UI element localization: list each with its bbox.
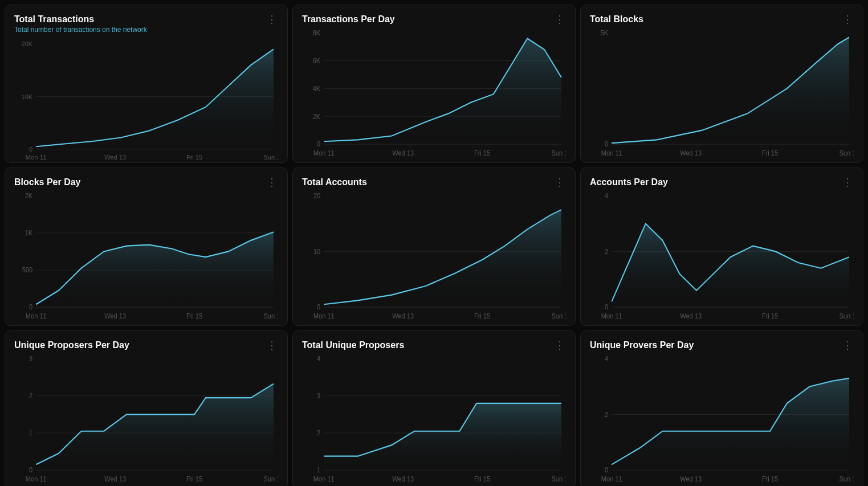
card-header-unique-provers-per-day: Unique Provers Per Day ⋮ (590, 340, 854, 350)
svg-text:Fri 15: Fri 15 (186, 475, 202, 482)
svg-text:Mon 11: Mon 11 (313, 312, 335, 319)
card-title-accounts-per-day: Accounts Per Day (590, 177, 668, 187)
svg-text:0: 0 (29, 467, 32, 473)
svg-text:20: 20 (313, 193, 320, 199)
menu-dots-total-accounts[interactable]: ⋮ (555, 177, 566, 187)
card-unique-proposers-per-day: Unique Proposers Per Day ⋮ 3210 Mon 11We… (5, 330, 288, 486)
svg-text:Fri 15: Fri 15 (186, 154, 202, 161)
svg-text:Fri 15: Fri 15 (474, 312, 490, 319)
menu-dots-unique-proposers-per-day[interactable]: ⋮ (267, 340, 278, 350)
svg-text:2: 2 (317, 430, 320, 436)
svg-text:4: 4 (605, 193, 609, 199)
svg-text:Mon 11: Mon 11 (26, 312, 47, 319)
card-header-total-accounts: Total Accounts ⋮ (302, 177, 566, 187)
svg-text:1: 1 (29, 430, 32, 436)
chart-svg-unique-proposers-per-day: 3210 Mon 11Wed 13Fri 15Sun 17 (14, 354, 278, 484)
menu-dots-transactions-per-day[interactable]: ⋮ (555, 14, 566, 24)
dashboard-grid: Total Transactions ⋮ Total number of tra… (5, 5, 863, 486)
svg-text:Sun 17: Sun 17 (263, 154, 278, 161)
svg-marker-31 (612, 38, 849, 145)
chart-svg-accounts-per-day: 420 Mon 11Wed 13Fri 15Sun 17 (590, 191, 854, 321)
svg-text:Sun 17: Sun 17 (263, 312, 278, 319)
svg-text:Wed 13: Wed 13 (680, 149, 702, 156)
card-total-unique-proposers: Total Unique Proposers ⋮ 4321 Mon 11Wed … (292, 330, 576, 486)
svg-text:Mon 11: Mon 11 (313, 475, 335, 482)
chart-svg-transactions-per-day: 8K6K4K2K0 Mon 11Wed 13Fri 15Sun 17 (302, 28, 566, 158)
svg-text:4: 4 (317, 356, 321, 362)
svg-text:2: 2 (29, 393, 32, 399)
card-title-total-accounts: Total Accounts (302, 177, 367, 187)
chart-area-total-transactions: 20K10K0 Mon 11Wed 13Fri 15Sun 17 (14, 39, 278, 162)
svg-marker-87 (324, 403, 561, 470)
svg-text:Wed 13: Wed 13 (392, 475, 414, 482)
card-header-blocks-per-day: Blocks Per Day ⋮ (14, 177, 278, 187)
card-title-blocks-per-day: Blocks Per Day (14, 177, 81, 187)
svg-text:0: 0 (605, 467, 608, 473)
chart-svg-unique-provers-per-day: 420 Mon 11Wed 13Fri 15Sun 17 (590, 354, 854, 484)
card-header-unique-proposers-per-day: Unique Proposers Per Day ⋮ (14, 340, 278, 350)
menu-dots-blocks-per-day[interactable]: ⋮ (267, 177, 278, 187)
card-accounts-per-day: Accounts Per Day ⋮ 420 Mon 11Wed 13Fri 1… (580, 168, 863, 326)
card-header-total-transactions: Total Transactions ⋮ (14, 14, 278, 24)
chart-area-transactions-per-day: 8K6K4K2K0 Mon 11Wed 13Fri 15Sun 17 (302, 28, 566, 158)
svg-marker-63 (612, 224, 849, 308)
svg-text:Sun 17: Sun 17 (551, 149, 566, 156)
svg-text:Wed 13: Wed 13 (392, 312, 414, 319)
card-total-transactions: Total Transactions ⋮ Total number of tra… (5, 5, 288, 163)
svg-marker-75 (36, 384, 274, 470)
svg-text:Sun 17: Sun 17 (551, 312, 566, 319)
chart-svg-blocks-per-day: 2K1K5000 Mon 11Wed 13Fri 15Sun 17 (14, 191, 278, 321)
svg-text:5K: 5K (601, 30, 609, 36)
chart-svg-total-unique-proposers: 4321 Mon 11Wed 13Fri 15Sun 17 (302, 354, 566, 484)
svg-text:1: 1 (317, 467, 320, 473)
card-title-transactions-per-day: Transactions Per Day (302, 14, 395, 24)
svg-marker-43 (36, 232, 274, 307)
chart-area-unique-proposers-per-day: 3210 Mon 11Wed 13Fri 15Sun 17 (14, 354, 278, 484)
svg-text:0: 0 (605, 304, 608, 311)
svg-text:0: 0 (317, 141, 320, 148)
chart-area-total-accounts: 20100 Mon 11Wed 13Fri 15Sun 17 (302, 191, 566, 321)
svg-text:Fri 15: Fri 15 (474, 149, 490, 156)
menu-dots-total-blocks[interactable]: ⋮ (842, 14, 854, 24)
card-title-total-blocks: Total Blocks (590, 14, 643, 24)
svg-text:Mon 11: Mon 11 (26, 475, 47, 482)
svg-marker-53 (324, 210, 561, 307)
menu-dots-accounts-per-day[interactable]: ⋮ (842, 177, 854, 187)
svg-text:Sun 17: Sun 17 (839, 149, 854, 156)
svg-text:Wed 13: Wed 13 (680, 475, 702, 482)
svg-text:0: 0 (605, 141, 608, 148)
svg-text:Sun 17: Sun 17 (839, 475, 854, 482)
svg-text:2: 2 (605, 411, 608, 418)
svg-text:2: 2 (605, 248, 608, 255)
svg-text:10K: 10K (22, 93, 33, 100)
svg-text:3: 3 (317, 393, 320, 399)
menu-dots-unique-provers-per-day[interactable]: ⋮ (842, 340, 854, 350)
chart-area-blocks-per-day: 2K1K5000 Mon 11Wed 13Fri 15Sun 17 (14, 191, 278, 321)
svg-text:3: 3 (29, 356, 32, 362)
svg-text:4: 4 (605, 356, 609, 362)
svg-text:Sun 17: Sun 17 (263, 475, 278, 482)
svg-marker-9 (36, 49, 274, 149)
svg-text:0: 0 (29, 304, 32, 311)
svg-marker-23 (324, 38, 561, 144)
svg-text:Wed 13: Wed 13 (104, 312, 126, 319)
svg-text:Fri 15: Fri 15 (762, 312, 778, 319)
svg-text:Fri 15: Fri 15 (474, 475, 490, 482)
card-subtitle-total-transactions: Total number of transactions on the netw… (14, 26, 278, 34)
svg-text:10: 10 (313, 248, 320, 255)
card-title-unique-proposers-per-day: Unique Proposers Per Day (14, 340, 129, 350)
svg-text:Mon 11: Mon 11 (601, 149, 622, 156)
svg-text:Mon 11: Mon 11 (313, 149, 335, 156)
card-header-total-unique-proposers: Total Unique Proposers ⋮ (302, 340, 566, 350)
card-unique-provers-per-day: Unique Provers Per Day ⋮ 420 Mon 11Wed 1… (580, 330, 863, 486)
menu-dots-total-unique-proposers[interactable]: ⋮ (555, 340, 566, 350)
svg-text:2K: 2K (313, 113, 321, 120)
svg-text:Wed 13: Wed 13 (104, 154, 126, 161)
chart-svg-total-blocks: 5K0 Mon 11Wed 13Fri 15Sun 17 (590, 28, 854, 158)
svg-text:1K: 1K (25, 230, 33, 236)
menu-dots-total-transactions[interactable]: ⋮ (267, 14, 278, 24)
chart-area-total-blocks: 5K0 Mon 11Wed 13Fri 15Sun 17 (590, 28, 854, 158)
svg-text:Mon 11: Mon 11 (601, 475, 622, 482)
svg-text:6K: 6K (313, 58, 321, 64)
svg-text:Sun 17: Sun 17 (551, 475, 566, 482)
